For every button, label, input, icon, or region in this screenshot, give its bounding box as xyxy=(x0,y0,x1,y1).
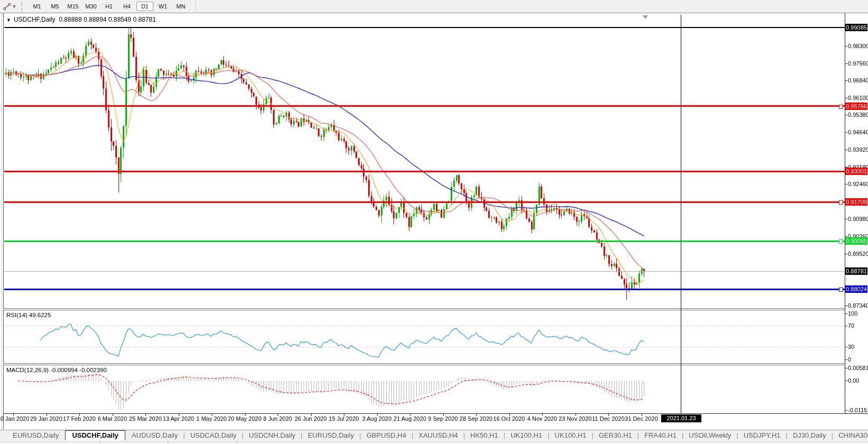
chart-tab-uk100-h1[interactable]: UK100,H1 xyxy=(505,431,547,439)
chart-title-expand-icon[interactable]: ▼ xyxy=(6,17,11,23)
price-level-line[interactable] xyxy=(4,240,845,242)
price-level-label: 0.93001 xyxy=(845,168,867,175)
macd-panel-divider[interactable] xyxy=(3,363,845,365)
timeframe-button-group: M1M5M15M30H1H4D1W1MN xyxy=(28,2,190,11)
time-axis-label: 4 Nov 2020 xyxy=(527,415,557,422)
timeframe-button-m5[interactable]: M5 xyxy=(47,2,63,11)
chart-tab-dj30-daily[interactable]: DJ30,Daily xyxy=(788,431,832,439)
time-axis-label: 16 Oct 2020 xyxy=(494,415,525,422)
chart-shift-marker[interactable] xyxy=(643,15,648,19)
chart-title: ▼USDCHF,Daily 0.88888 0.88894 0.88549 0.… xyxy=(6,16,156,23)
chart-tab-fra40-h1[interactable]: FRA40,H1 xyxy=(639,431,682,439)
price-axis-label: 0.93920 xyxy=(848,146,868,153)
rsi-indicator-label: RSI(14) 49.6225 xyxy=(6,312,51,318)
time-axis-label: 10 Jan 2020 xyxy=(0,415,29,422)
timeframe-button-m15[interactable]: M15 xyxy=(65,2,81,11)
rsi-axis-label: 100 xyxy=(848,310,857,317)
price-level-line[interactable] xyxy=(4,105,845,107)
crosshair-time-label: 2021.01.23 0:00 xyxy=(661,414,701,422)
macd-axis-tick xyxy=(845,368,847,368)
price-axis-tick xyxy=(845,219,847,219)
chart-tab-eurusd-daily[interactable]: EURUSD,Daily xyxy=(303,431,359,439)
line-handle-marker[interactable] xyxy=(839,200,843,205)
timeframe-button-h1[interactable]: H1 xyxy=(100,2,117,11)
chart-tab-xauusd-h4[interactable]: XAUUSD,H4 xyxy=(413,431,463,439)
timeframe-button-d1[interactable]: D1 xyxy=(136,2,153,11)
price-axis-border xyxy=(845,13,845,413)
time-axis-label: 31 Dec 2020 xyxy=(625,415,657,422)
chart-tab-uk100-h1[interactable]: UK100,H1 xyxy=(550,431,592,439)
chart-tab-usdcnh-daily[interactable]: USDCNH,Daily xyxy=(243,431,300,439)
tool-dropdown-icon[interactable]: ▼ xyxy=(12,4,16,9)
price-axis-tick xyxy=(845,132,847,133)
status-bar-divider xyxy=(236,441,237,444)
price-axis-tick xyxy=(845,98,847,98)
timeframe-button-h4[interactable]: H4 xyxy=(118,2,135,11)
chart-tab-eurusd-daily[interactable]: EURUSD,Daily xyxy=(7,431,64,439)
chart-tab-bar: EURUSD,DailyUSDCHF,DailyAUDUSD,Daily|USD… xyxy=(0,430,868,440)
price-level-line[interactable] xyxy=(4,171,845,172)
time-axis-label: 23 Nov 2020 xyxy=(559,415,591,422)
time-axis-label: 3 Aug 2020 xyxy=(362,415,392,422)
chart-tab-china300-h1[interactable]: CHINA300,H1 xyxy=(833,431,868,439)
chart-tab-usdcad-daily[interactable]: USDCAD,Daily xyxy=(185,431,242,439)
price-level-label: 0.95766 xyxy=(845,103,867,110)
time-axis-label: 15 Jul 2020 xyxy=(329,415,359,422)
time-axis-label: 13 Apr 2020 xyxy=(163,415,194,422)
price-axis-label: 0.98300 xyxy=(848,43,868,49)
timeframe-button-mn[interactable]: MN xyxy=(172,2,189,11)
price-level-label: 0.88024 xyxy=(845,285,867,293)
time-axis-label: 1 May 2020 xyxy=(196,415,226,422)
crosshair-vertical-line xyxy=(681,15,681,413)
chart-symbol-label: USDCHF,Daily xyxy=(14,16,56,23)
line-handle-marker[interactable] xyxy=(839,288,843,292)
price-level-line[interactable] xyxy=(4,201,845,203)
rsi-axis-tick xyxy=(845,359,847,360)
time-axis-label: 11 Dec 2020 xyxy=(592,415,625,422)
chart-tab-hk50-h1[interactable]: HK50,H1 xyxy=(465,431,504,439)
price-axis-tick xyxy=(845,254,847,254)
toolbar-grip[interactable] xyxy=(21,2,25,11)
timeframe-button-m1[interactable]: M1 xyxy=(29,2,45,11)
rsi-panel-divider[interactable] xyxy=(3,308,845,310)
rsi-axis-tick xyxy=(845,347,847,347)
macd-axis-tick xyxy=(845,381,847,381)
price-axis-label: 0.94640 xyxy=(848,129,868,135)
chart-tab-gbpusd-h4[interactable]: GBPUSD,H4 xyxy=(361,431,412,439)
price-axis-label: 0.90980 xyxy=(848,216,868,222)
time-axis-label: 29 Jan 2020 xyxy=(30,415,62,422)
time-axis-label: 20 May 2020 xyxy=(228,415,262,422)
trendline-tool-icon[interactable] xyxy=(2,2,12,11)
price-axis-tick xyxy=(845,184,847,184)
price-level-label: 0.99085 xyxy=(845,24,867,31)
crosshair-horizontal-line xyxy=(4,27,845,28)
chart-window-left-border xyxy=(3,13,4,429)
time-axis-label: 28 Sep 2020 xyxy=(460,415,492,422)
line-handle-marker[interactable] xyxy=(839,105,843,109)
timeframe-button-m30[interactable]: M30 xyxy=(83,2,99,11)
chart-tab-usoil-weekly[interactable]: USOil,Weekly xyxy=(683,431,736,439)
rsi-axis-label: 70 xyxy=(848,322,854,329)
macd-axis-label: 0.005818 xyxy=(848,365,868,371)
line-handle-marker[interactable] xyxy=(839,239,843,244)
price-axis-label: 0.92460 xyxy=(848,181,868,187)
timeframe-button-w1[interactable]: W1 xyxy=(154,2,171,11)
price-level-line[interactable] xyxy=(4,289,845,290)
toolbar-divider xyxy=(195,2,196,11)
macd-axis-label: 0.00 xyxy=(848,377,859,384)
chart-window-top-border xyxy=(0,13,868,13)
chart-plot-area[interactable] xyxy=(0,0,868,444)
chart-window-left-border-outer xyxy=(2,13,2,429)
price-level-label: 0.91709 xyxy=(845,198,867,206)
chart-tab-audusd-daily[interactable]: AUDUSD,Daily xyxy=(126,431,183,439)
chart-tab-usdchf-daily[interactable]: USDCHF,Daily xyxy=(65,430,125,440)
chart-tab-usdjpy-h1[interactable]: USDJPY,H1 xyxy=(738,431,786,439)
macd-axis-tick xyxy=(845,410,847,411)
price-axis-label: 0.95380 xyxy=(848,112,868,118)
time-axis-label: 25 Mar 2020 xyxy=(129,415,162,422)
chart-tab-ger30-h1[interactable]: GER30,H1 xyxy=(593,431,637,439)
price-axis-tick xyxy=(845,80,847,81)
chart-bottom-border xyxy=(3,413,868,414)
price-axis-tick xyxy=(845,63,847,64)
toolbar: ▼ M1M5M15M30H1H4D1W1MN xyxy=(0,0,868,13)
